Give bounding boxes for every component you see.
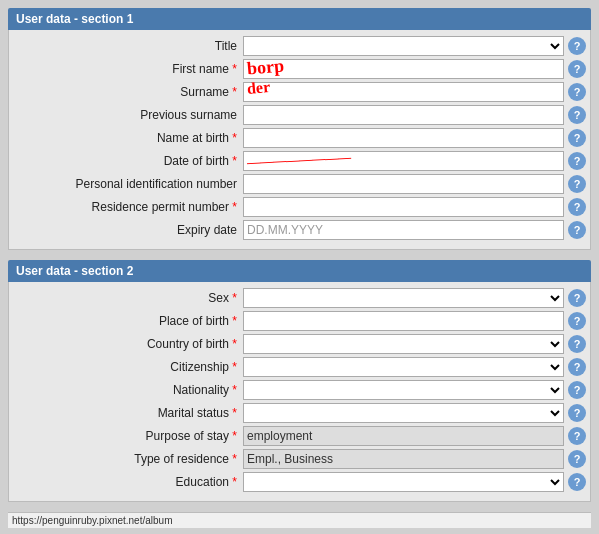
date-of-birth-help-icon[interactable]: ? <box>568 152 586 170</box>
place-of-birth-label: Place of birth * <box>13 314 243 328</box>
purpose-of-stay-row: Purpose of stay * ? <box>13 426 586 446</box>
citizenship-row: Citizenship * ? <box>13 357 586 377</box>
education-label: Education * <box>13 475 243 489</box>
expiry-date-input[interactable] <box>243 220 564 240</box>
place-of-birth-required: * <box>232 314 237 328</box>
first-name-label: First name * <box>13 62 243 76</box>
surname-help-icon[interactable]: ? <box>568 83 586 101</box>
first-name-input[interactable] <box>243 59 564 79</box>
sex-input-wrapper <box>243 288 564 308</box>
citizenship-input-wrapper <box>243 357 564 377</box>
marital-status-label: Marital status * <box>13 406 243 420</box>
name-at-birth-input[interactable] <box>243 128 564 148</box>
place-of-birth-input[interactable] <box>243 311 564 331</box>
marital-status-row: Marital status * ? <box>13 403 586 423</box>
name-at-birth-input-wrapper <box>243 128 564 148</box>
country-of-birth-required: * <box>232 337 237 351</box>
title-row: Title ? <box>13 36 586 56</box>
purpose-of-stay-required: * <box>232 429 237 443</box>
sex-row: Sex * ? <box>13 288 586 308</box>
nationality-row: Nationality * ? <box>13 380 586 400</box>
education-select[interactable] <box>243 472 564 492</box>
place-of-birth-input-wrapper <box>243 311 564 331</box>
country-of-birth-select[interactable] <box>243 334 564 354</box>
section-1-body: Title ? First name * borp ? Surn <box>8 30 591 250</box>
education-input-wrapper <box>243 472 564 492</box>
marital-status-select[interactable] <box>243 403 564 423</box>
nationality-input-wrapper <box>243 380 564 400</box>
name-at-birth-label: Name at birth * <box>13 131 243 145</box>
marital-status-required: * <box>232 406 237 420</box>
education-help-icon[interactable]: ? <box>568 473 586 491</box>
previous-surname-label: Previous surname <box>13 108 243 122</box>
sex-select[interactable] <box>243 288 564 308</box>
residence-permit-input-wrapper <box>243 197 564 217</box>
citizenship-required: * <box>232 360 237 374</box>
title-input-wrapper <box>243 36 564 56</box>
sex-label: Sex * <box>13 291 243 305</box>
marital-status-help-icon[interactable]: ? <box>568 404 586 422</box>
date-of-birth-input[interactable] <box>243 151 564 171</box>
personal-id-label: Personal identification number <box>13 177 243 191</box>
personal-id-input[interactable] <box>243 174 564 194</box>
expiry-date-help-icon[interactable]: ? <box>568 221 586 239</box>
section-1-header: User data - section 1 <box>8 8 591 30</box>
residence-permit-row: Residence permit number * ? <box>13 197 586 217</box>
surname-required: * <box>232 85 237 99</box>
expiry-date-row: Expiry date ? <box>13 220 586 240</box>
nationality-required: * <box>232 383 237 397</box>
title-help-icon[interactable]: ? <box>568 37 586 55</box>
type-of-residence-required: * <box>232 452 237 466</box>
marital-status-input-wrapper <box>243 403 564 423</box>
nationality-help-icon[interactable]: ? <box>568 381 586 399</box>
sex-help-icon[interactable]: ? <box>568 289 586 307</box>
type-of-residence-input[interactable] <box>243 449 564 469</box>
nationality-select[interactable] <box>243 380 564 400</box>
type-of-residence-input-wrapper <box>243 449 564 469</box>
first-name-input-wrapper: borp <box>243 59 564 79</box>
type-of-residence-help-icon[interactable]: ? <box>568 450 586 468</box>
expiry-date-label: Expiry date <box>13 223 243 237</box>
sex-required: * <box>232 291 237 305</box>
place-of-birth-help-icon[interactable]: ? <box>568 312 586 330</box>
expiry-date-input-wrapper <box>243 220 564 240</box>
first-name-help-icon[interactable]: ? <box>568 60 586 78</box>
residence-permit-input[interactable] <box>243 197 564 217</box>
name-at-birth-required: * <box>232 131 237 145</box>
residence-permit-help-icon[interactable]: ? <box>568 198 586 216</box>
purpose-of-stay-help-icon[interactable]: ? <box>568 427 586 445</box>
country-of-birth-help-icon[interactable]: ? <box>568 335 586 353</box>
purpose-of-stay-label: Purpose of stay * <box>13 429 243 443</box>
section-2: User data - section 2 Sex * ? Place of b… <box>8 260 591 502</box>
personal-id-help-icon[interactable]: ? <box>568 175 586 193</box>
surname-input-wrapper: der <box>243 82 564 102</box>
previous-surname-input[interactable] <box>243 105 564 125</box>
status-bar: https://penguinruby.pixnet.net/album <box>8 512 591 528</box>
name-at-birth-help-icon[interactable]: ? <box>568 129 586 147</box>
personal-id-row: Personal identification number ? <box>13 174 586 194</box>
previous-surname-help-icon[interactable]: ? <box>568 106 586 124</box>
name-at-birth-row: Name at birth * ? <box>13 128 586 148</box>
residence-permit-label: Residence permit number * <box>13 200 243 214</box>
title-label: Title <box>13 39 243 53</box>
personal-id-input-wrapper <box>243 174 564 194</box>
first-name-required: * <box>232 62 237 76</box>
country-of-birth-row: Country of birth * ? <box>13 334 586 354</box>
first-name-row: First name * borp ? <box>13 59 586 79</box>
title-select[interactable] <box>243 36 564 56</box>
education-row: Education * ? <box>13 472 586 492</box>
section-2-body: Sex * ? Place of birth * ? Country of bi… <box>8 282 591 502</box>
place-of-birth-row: Place of birth * ? <box>13 311 586 331</box>
purpose-of-stay-input[interactable] <box>243 426 564 446</box>
status-url: https://penguinruby.pixnet.net/album <box>12 515 172 526</box>
type-of-residence-row: Type of residence * ? <box>13 449 586 469</box>
previous-surname-row: Previous surname ? <box>13 105 586 125</box>
purpose-of-stay-input-wrapper <box>243 426 564 446</box>
surname-row: Surname * der ? <box>13 82 586 102</box>
citizenship-select[interactable] <box>243 357 564 377</box>
citizenship-help-icon[interactable]: ? <box>568 358 586 376</box>
surname-input[interactable] <box>243 82 564 102</box>
previous-surname-input-wrapper <box>243 105 564 125</box>
date-of-birth-label: Date of birth * <box>13 154 243 168</box>
citizenship-label: Citizenship * <box>13 360 243 374</box>
